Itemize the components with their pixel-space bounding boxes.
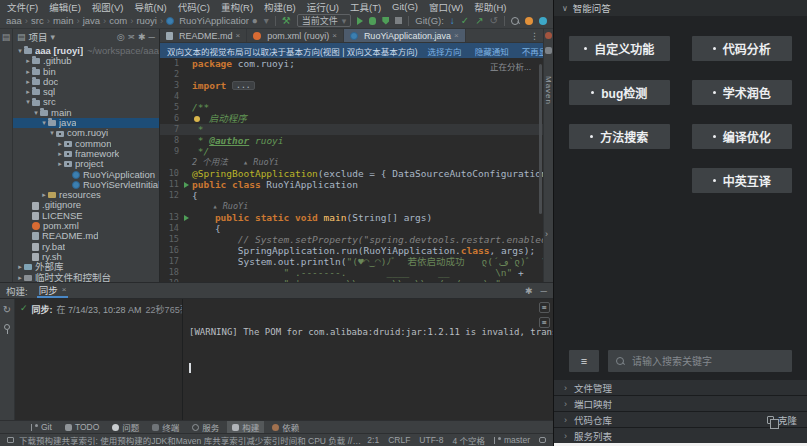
user-profile-icon[interactable]: ● xyxy=(252,16,258,26)
tree-collapsed-arrow-icon[interactable]: ▸ xyxy=(16,262,24,272)
tree-item[interactable]: .gitignore xyxy=(13,200,159,210)
tree-item[interactable]: ry.bat xyxy=(13,242,159,252)
tree-collapsed-arrow-icon[interactable]: ▸ xyxy=(56,159,64,169)
build-settings-icon[interactable]: ✱ xyxy=(525,286,533,296)
breadcrumb-item[interactable]: main xyxy=(53,15,74,26)
breadcrumb-item[interactable]: RuoYiApplication xyxy=(166,15,249,26)
intention-bulb-icon[interactable] xyxy=(194,116,200,122)
search-input[interactable] xyxy=(608,350,792,372)
editor-tab[interactable]: pom.xml (ruoyi)× xyxy=(247,29,344,42)
plugin-blue-icon[interactable] xyxy=(539,17,547,25)
git-push-icon[interactable]: ↗ xyxy=(475,16,483,26)
sync-result-pane[interactable]: ✓ 同步: 在 7/14/23, 10:28 AM 22秒765毫秒 xyxy=(15,299,183,420)
tree-collapsed-arrow-icon[interactable]: ▸ xyxy=(24,77,32,87)
lock-icon[interactable] xyxy=(539,437,546,443)
tree-collapsed-arrow-icon[interactable]: ▸ xyxy=(16,273,24,282)
tree-item[interactable]: ▸framework xyxy=(13,149,159,159)
toolwindow-button-todo[interactable]: TODO xyxy=(60,421,104,434)
toolwindow-button-git[interactable]: Git xyxy=(26,421,57,434)
editor-tab[interactable]: RuoYiApplication.java× xyxy=(344,29,466,42)
collapse-all-icon[interactable]: ≍ xyxy=(128,32,136,42)
menu-item[interactable]: 重构(R) xyxy=(221,0,253,14)
ai-action-button[interactable]: 自定义功能 xyxy=(569,36,670,61)
tree-item[interactable]: RuoYiApplication xyxy=(13,170,159,180)
indent-setting[interactable]: 4 个空格 xyxy=(452,434,485,446)
run-gutter-icon[interactable] xyxy=(181,179,192,190)
breadcrumb-item[interactable]: java xyxy=(83,15,100,26)
tree-item[interactable]: ▾aaa [ruoyi] ~/workspace/aaa xyxy=(13,46,159,56)
maven-stripe-tab[interactable]: Maven xyxy=(544,76,553,105)
collapse-chevron-icon[interactable]: ∨ xyxy=(562,4,568,13)
locate-file-icon[interactable]: ◎ xyxy=(117,32,125,42)
notifications-icon[interactable] xyxy=(545,32,552,39)
menu-item[interactable]: 编辑(E) xyxy=(49,0,81,14)
run-gutter-icon[interactable] xyxy=(181,212,192,223)
editor-scrollbar[interactable] xyxy=(539,64,542,214)
tree-collapsed-arrow-icon[interactable]: ▸ xyxy=(24,87,32,97)
git-history-icon[interactable]: ↺ xyxy=(490,16,498,26)
tree-expanded-arrow-icon[interactable]: ▾ xyxy=(48,128,56,138)
code-editor[interactable]: 正在分析... 1package com.ruoyi;23import ...4… xyxy=(160,58,543,282)
download-indexes-icon[interactable] xyxy=(7,437,14,443)
menu-item[interactable]: 文件(F) xyxy=(7,0,38,14)
coverage-button[interactable] xyxy=(382,17,389,25)
run-configuration-select[interactable]: 当前文件 ▾ xyxy=(297,14,352,27)
banner-action-link[interactable]: 不再显示 xyxy=(522,45,543,57)
toolwindow-button-services[interactable]: 服务 xyxy=(187,421,224,434)
tree-collapsed-arrow-icon[interactable]: ▸ xyxy=(24,67,32,77)
menu-hamburger-button[interactable]: ≡ xyxy=(569,350,599,372)
banner-action-link[interactable]: 选择方向 xyxy=(428,45,462,57)
tree-item[interactable]: ▸.github xyxy=(13,56,159,66)
caret-position[interactable]: 2:1 xyxy=(367,435,379,445)
close-icon[interactable]: × xyxy=(236,31,241,40)
tree-item[interactable]: ▸sql xyxy=(13,87,159,97)
debug-button[interactable] xyxy=(369,17,376,25)
tree-item[interactable]: LICENSE xyxy=(13,211,159,221)
status-message[interactable]: 下载预构建共享索引: 使用预构建的JDK和Maven 库共享索引减少索引时间和 … xyxy=(19,434,362,446)
ai-action-button[interactable]: 编译优化 xyxy=(692,124,793,149)
editor-tab[interactable]: README.md× xyxy=(160,29,247,42)
project-stripe-icon[interactable]: ▤ xyxy=(2,32,11,42)
ai-panel-header[interactable]: ∨ 智能问答 xyxy=(554,0,807,16)
tree-item[interactable]: README.md xyxy=(13,231,159,241)
tree-expanded-arrow-icon[interactable]: ▾ xyxy=(24,97,32,107)
profile-dropdown-icon[interactable]: ▾ xyxy=(264,16,269,26)
project-panel-title[interactable]: 项目 xyxy=(29,30,48,44)
close-icon[interactable]: × xyxy=(62,285,67,294)
pin-icon[interactable] xyxy=(4,324,10,330)
file-encoding[interactable]: UTF-8 xyxy=(419,435,443,445)
tree-item[interactable]: ▸外部库 xyxy=(13,262,159,272)
toolwindow-button-problems[interactable]: 问题 xyxy=(107,421,144,434)
tree-expanded-arrow-icon[interactable]: ▾ xyxy=(40,118,48,128)
soft-wrap-icon[interactable]: ≡ xyxy=(539,302,550,313)
clone-button[interactable]: 克隆 xyxy=(767,413,797,427)
tree-collapsed-arrow-icon[interactable]: ▸ xyxy=(24,56,32,66)
tree-item[interactable]: ▸common xyxy=(13,139,159,149)
build-hide-icon[interactable]: ─ xyxy=(541,286,547,296)
toolwindow-button-deps[interactable]: 依赖 xyxy=(267,421,304,434)
tree-expanded-arrow-icon[interactable]: ▾ xyxy=(16,46,24,56)
tree-item[interactable]: ▸doc xyxy=(13,77,159,87)
panel-settings-icon[interactable]: ✱ xyxy=(138,32,146,42)
line-ending[interactable]: CRLF xyxy=(388,435,410,445)
ai-section-服务列表[interactable]: ›服务列表 xyxy=(554,428,807,443)
tree-item[interactable]: ▾main xyxy=(13,108,159,118)
git-update-icon[interactable]: ↓ xyxy=(450,16,455,26)
breadcrumb-item[interactable]: src xyxy=(31,15,44,26)
run-button[interactable] xyxy=(357,17,363,25)
resync-icon[interactable]: ↻ xyxy=(3,304,11,315)
close-icon[interactable]: × xyxy=(454,31,459,40)
menu-item[interactable]: 代码(C) xyxy=(178,0,210,14)
tree-item[interactable]: ▸bin xyxy=(13,67,159,77)
menu-item[interactable]: 导航(N) xyxy=(134,0,166,14)
menu-item[interactable]: 工具(T) xyxy=(350,0,381,14)
tree-item[interactable]: RuoYiServletInitializer xyxy=(13,180,159,190)
ai-action-button[interactable]: 方法搜索 xyxy=(569,124,670,149)
tree-collapsed-arrow-icon[interactable]: ▸ xyxy=(56,139,64,149)
plugin-orange-icon[interactable] xyxy=(525,17,533,25)
more-tabs-icon[interactable]: ⋮ xyxy=(526,29,543,42)
menu-item[interactable]: Git(G) xyxy=(392,1,418,12)
hide-panel-icon[interactable]: ─ xyxy=(149,32,155,42)
close-icon[interactable]: × xyxy=(332,31,337,40)
ai-action-button[interactable]: 学术润色 xyxy=(692,80,793,105)
